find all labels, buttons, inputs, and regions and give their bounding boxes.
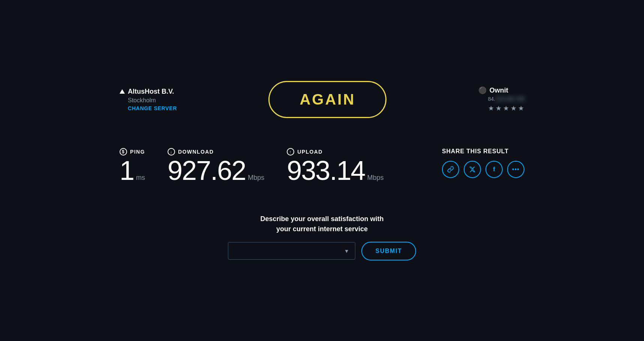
- server-name-text: AltusHost B.V.: [128, 88, 174, 96]
- download-value: 927.62: [168, 157, 246, 184]
- download-label: DOWNLOAD: [178, 149, 214, 155]
- download-label-row: ↓ DOWNLOAD: [168, 148, 264, 156]
- server-logo-icon: [120, 89, 125, 94]
- star-3: ★: [503, 104, 509, 112]
- share-more-button[interactable]: •••: [507, 161, 524, 178]
- ping-value: 1: [120, 157, 134, 184]
- ping-block: $ PING 1 ms: [120, 148, 145, 184]
- user-name: Ownit: [490, 87, 508, 94]
- download-block: ↓ DOWNLOAD 927.62 Mbps: [168, 148, 264, 184]
- download-unit: Mbps: [248, 174, 264, 182]
- upload-unit: Mbps: [367, 174, 384, 182]
- stats-section: $ PING 1 ms ↓ DOWNLOAD 927.62 Mbps: [120, 148, 524, 184]
- server-name-row: AltusHost B.V.: [120, 88, 177, 96]
- download-icon: ↓: [168, 148, 175, 156]
- change-server-link[interactable]: CHANGE SERVER: [128, 105, 177, 111]
- again-button[interactable]: AGAIN: [268, 81, 386, 118]
- download-value-row: 927.62 Mbps: [168, 157, 264, 184]
- satisfaction-select-wrapper: Very Satisfied Satisfied Neutral Dissati…: [228, 242, 355, 260]
- ping-unit: ms: [136, 174, 145, 182]
- upload-value: 933.14: [287, 157, 365, 184]
- satisfaction-text-line2: your current internet service: [276, 225, 368, 233]
- user-info: ⚫ Ownit 84.123.456.789 ★ ★ ★ ★ ★: [478, 86, 524, 112]
- facebook-icon: f: [493, 166, 495, 173]
- twitter-icon: [469, 166, 476, 173]
- user-ip: 84.123.456.789: [488, 96, 524, 102]
- submit-button[interactable]: SUBMIT: [361, 242, 416, 260]
- user-rating: ★ ★ ★ ★ ★: [488, 104, 524, 112]
- star-2: ★: [496, 104, 502, 112]
- share-label: SHARE THIS RESULT: [442, 148, 524, 155]
- top-section: AltusHost B.V. Stockholm CHANGE SERVER A…: [120, 81, 524, 118]
- server-info: AltusHost B.V. Stockholm CHANGE SERVER: [120, 88, 177, 111]
- upload-label-row: ↑ UPLOAD: [287, 148, 383, 156]
- share-block: SHARE THIS RESULT f •••: [442, 148, 524, 178]
- satisfaction-description: Describe your overall satisfaction with …: [260, 214, 383, 234]
- share-twitter-button[interactable]: [464, 161, 481, 178]
- ping-icon: $: [120, 148, 127, 156]
- upload-value-row: 933.14 Mbps: [287, 157, 383, 184]
- ping-label-row: $ PING: [120, 148, 145, 156]
- ping-value-row: 1 ms: [120, 157, 145, 184]
- share-icons-row: f •••: [442, 161, 524, 178]
- server-location: Stockholm: [128, 97, 177, 104]
- user-name-row: ⚫ Ownit: [478, 86, 508, 94]
- bottom-section: Describe your overall satisfaction with …: [120, 214, 524, 260]
- upload-label: UPLOAD: [297, 149, 323, 155]
- main-container: AltusHost B.V. Stockholm CHANGE SERVER A…: [97, 66, 547, 275]
- satisfaction-text-line1: Describe your overall satisfaction with: [260, 215, 383, 223]
- more-icon: •••: [512, 166, 520, 173]
- share-facebook-button[interactable]: f: [485, 161, 503, 178]
- upload-block: ↑ UPLOAD 933.14 Mbps: [287, 148, 383, 184]
- upload-icon: ↑: [287, 148, 294, 156]
- user-avatar-icon: ⚫: [478, 86, 487, 94]
- satisfaction-form: Very Satisfied Satisfied Neutral Dissati…: [228, 242, 416, 260]
- star-1: ★: [488, 104, 494, 112]
- satisfaction-select[interactable]: Very Satisfied Satisfied Neutral Dissati…: [228, 242, 355, 260]
- link-icon: [447, 166, 454, 173]
- ping-label: PING: [130, 149, 145, 155]
- star-5: ★: [518, 104, 524, 112]
- share-link-button[interactable]: [442, 161, 459, 178]
- star-4: ★: [511, 104, 517, 112]
